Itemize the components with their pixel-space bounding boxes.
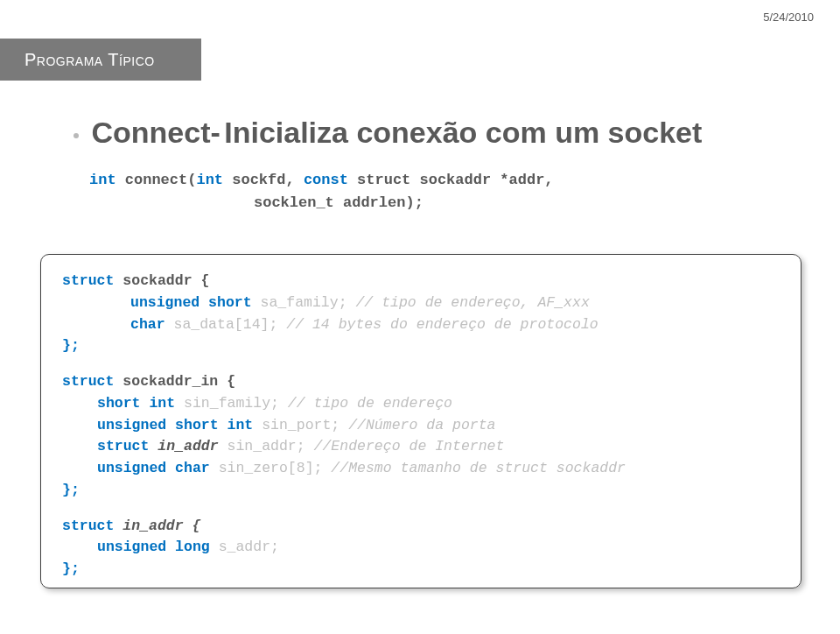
close-brace2: };: [62, 482, 80, 498]
name-inaddr: in_addr: [149, 438, 218, 454]
kw-struct: struct: [62, 272, 114, 289]
date-text: 5/24/2010: [763, 11, 814, 24]
l7-cmt: //Número da porta: [348, 417, 495, 433]
kw-ushortint: unsigned short int: [97, 417, 253, 433]
sig-p1: sockfd,: [223, 172, 304, 188]
blank-2: [62, 502, 780, 516]
code-line-13: };: [62, 559, 780, 581]
sig-line-2: socklen_t addrlen);: [254, 192, 808, 215]
code-line-1: struct sockaddr {: [62, 271, 780, 292]
l9-rest: sin_zero[8];: [210, 460, 332, 476]
kw-int: int: [89, 172, 116, 188]
code-line-6: short int sin_family; // tipo de endereç…: [97, 393, 780, 415]
close-brace: };: [62, 337, 80, 354]
l3-rest: sa_data[14];: [165, 316, 287, 333]
kw-struct2: struct: [62, 373, 114, 390]
kw-uchar: unsigned char: [97, 460, 210, 476]
code-line-9: unsigned char sin_zero[8]; //Mesmo taman…: [97, 458, 780, 480]
sig-p2: struct sockaddr *addr,: [348, 172, 554, 188]
l6-rest: sin_family;: [175, 395, 288, 412]
name-sockaddr-in: sockaddr_in {: [114, 373, 235, 390]
main-content: Connect- Inicializa conexão com um socke…: [74, 116, 808, 214]
name-sockaddr: sockaddr {: [114, 272, 209, 289]
sig-fn: connect(: [116, 172, 197, 188]
code-line-7: unsigned short int sin_port; //Número da…: [97, 415, 780, 437]
code-line-12: unsigned long s_addr;: [97, 537, 780, 559]
section-header: Programa Típico: [0, 39, 201, 81]
kw-const: const: [304, 172, 348, 188]
code-line-4: };: [62, 335, 780, 357]
blank-1: [62, 357, 780, 371]
kw-int2: int: [196, 172, 223, 188]
code-line-11: struct in_addr {: [62, 516, 780, 538]
kw-struct3: struct: [97, 438, 149, 454]
l2-rest: sa_family;: [252, 294, 356, 311]
code-box: struct sockaddr { unsigned short sa_fami…: [40, 254, 802, 588]
l2-cmt: // tipo de endereço, AF_xxx: [355, 294, 589, 311]
section-header-label: Programa Típico: [24, 50, 155, 70]
name-inaddr2: in_addr {: [114, 518, 200, 534]
code-line-5: struct sockaddr_in {: [62, 371, 780, 393]
kw-ulong: unsigned long: [97, 539, 210, 555]
l3-cmt: // 14 bytes do endereço de protocolo: [286, 316, 598, 333]
kw-struct4: struct: [62, 518, 114, 534]
l6-cmt: // tipo de endereço: [288, 395, 452, 412]
code-line-8: struct in_addr sin_addr; //Endereço de I…: [97, 436, 780, 458]
l12-rest: s_addr;: [210, 539, 279, 555]
l9-cmt: //Mesmo tamanho de struct sockaddr: [331, 460, 626, 476]
title-main: Connect-: [91, 116, 220, 149]
kw-shortint: short int: [97, 395, 175, 412]
kw-ushort: unsigned short: [130, 294, 252, 311]
close-brace3: };: [62, 560, 80, 577]
l8-cmt: //Endereço de Internet: [314, 438, 505, 454]
title-sub: Inicializa conexão com um socket: [224, 116, 702, 149]
l8-rest: sin_addr;: [219, 438, 314, 454]
l7-rest: sin_port;: [253, 417, 348, 433]
code-line-3: char sa_data[14]; // 14 bytes do endereç…: [130, 314, 780, 336]
code-line-2: unsigned short sa_family; // tipo de end…: [130, 292, 780, 314]
code-line-10: };: [62, 480, 780, 502]
bullet-icon: [74, 133, 79, 138]
sig-line-1: int connect(int sockfd, const struct soc…: [89, 169, 808, 192]
function-signature: int connect(int sockfd, const struct soc…: [89, 169, 808, 214]
title-row: Connect- Inicializa conexão com um socke…: [74, 116, 808, 150]
kw-char: char: [130, 316, 165, 333]
